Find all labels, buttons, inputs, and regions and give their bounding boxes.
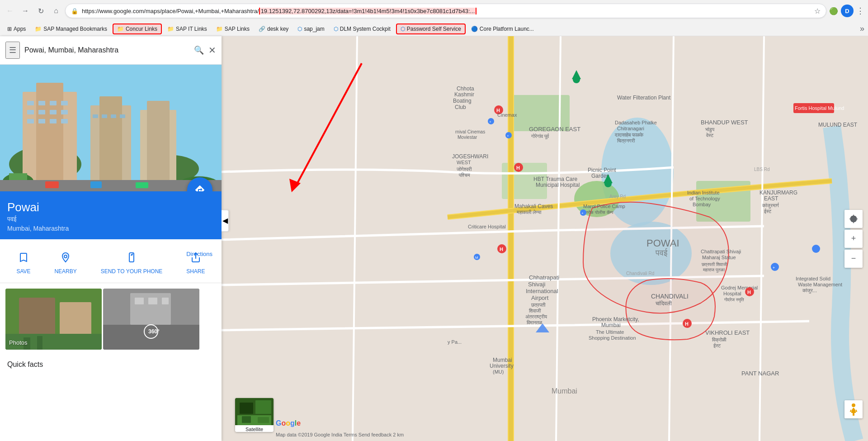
location-address: Mumbai, Maharashtra [7, 225, 214, 232]
bookmark-concur-links[interactable]: 📁 Concur Links [113, 24, 162, 34]
bookmark-star-icon[interactable]: ☆ [814, 7, 821, 15]
google-logo-on-map: Google [276, 419, 301, 427]
profile-avatar[interactable]: D [841, 5, 854, 17]
bookmark-desk-key[interactable]: 🔗 desk key [255, 24, 292, 33]
back-button[interactable]: ← [4, 5, 16, 17]
svg-text:Mumbai: Mumbai [493, 357, 512, 363]
svg-rect-4 [36, 83, 63, 182]
pegman-control[interactable] [844, 400, 863, 418]
save-button[interactable]: SAVE [16, 252, 30, 275]
svg-text:Mahakali Caves: Mahakali Caves [514, 203, 553, 209]
collapse-panel-button[interactable]: ◀ [222, 210, 229, 232]
send-to-phone-button[interactable]: SEND TO YOUR PHONE [101, 252, 163, 275]
svg-rect-168 [258, 417, 269, 423]
svg-text:महाराज पुतळा: महाराज पुतळा [703, 267, 725, 273]
zoom-in-button[interactable]: + [844, 230, 863, 248]
svg-rect-18 [99, 96, 122, 182]
svg-text:भांडुप: भांडुप [705, 127, 715, 133]
chrome-menu-button[interactable]: ⋮ [856, 6, 864, 16]
photos-thumbnail[interactable]: Photos [5, 289, 102, 350]
svg-text:Kashmir: Kashmir [454, 91, 474, 98]
svg-text:(MU): (MU) [493, 369, 504, 375]
svg-point-152 [812, 245, 820, 253]
svg-text:मरोळ पोलीस कॅम्प: मरोळ पोलीस कॅम्प [585, 210, 613, 215]
location-name-local: पवई [7, 215, 214, 223]
svg-rect-164 [240, 403, 253, 414]
zoom-out-button[interactable]: − [844, 250, 863, 268]
svg-rect-41 [37, 336, 42, 350]
location-info-panel: Powai पवई Mumbai, Maharashtra Directions [0, 191, 222, 239]
home-button[interactable]: ⌂ [50, 5, 62, 17]
svg-text:Dadasaheb Phalke: Dadasaheb Phalke [615, 120, 657, 125]
extensions-icon[interactable]: 🟢 [829, 7, 838, 15]
bookmark-sap-managed-label: SAP Managed Bookmarks [43, 26, 107, 32]
reload-button[interactable]: ↻ [34, 5, 47, 17]
svg-text:छत्रपती शिवाजी: छत्रपती शिवाजी [701, 262, 727, 267]
map-area[interactable]: GOREGAON EAST गोरेगांव पूर्व JOGESHWARI … [222, 36, 868, 441]
photo-thumbnails-row: Photos 360° [0, 283, 222, 355]
svg-text:Shopping Destination: Shopping Destination [589, 335, 636, 341]
svg-text:H: H [500, 247, 503, 252]
folder-icon: 📁 [35, 26, 42, 32]
close-icon[interactable]: ✕ [208, 45, 216, 56]
save-icon [18, 252, 29, 266]
bookmark-dlm[interactable]: ⬡ DLM System Cockpit [330, 24, 394, 33]
svg-rect-22 [120, 114, 125, 118]
satellite-thumbnail[interactable]: Satellite [235, 398, 274, 432]
svg-text:गोरेगांव पूर्व: गोरेगांव पूर्व [531, 133, 549, 139]
svg-text:Airport: Airport [531, 294, 549, 301]
svg-text:Water Filteration Plant: Water Filteration Plant [617, 95, 671, 101]
quick-facts-section: Quick facts [0, 355, 222, 374]
my-location-button[interactable] [844, 210, 863, 228]
svg-rect-165 [255, 400, 271, 414]
bookmark-sap-jam[interactable]: ⬡ sap_jam [294, 24, 328, 33]
svg-text:MULUND EAST: MULUND EAST [818, 122, 858, 128]
photo-360-thumbnail[interactable]: 360° [103, 289, 199, 350]
photos-label: Photos [9, 339, 27, 346]
bookmark-sap-it[interactable]: 📁 SAP IT Links [164, 24, 211, 33]
svg-text:y Pa...: y Pa... [448, 339, 462, 345]
svg-text:Mumbai: Mumbai [552, 387, 577, 395]
nearby-button[interactable]: NEARBY [54, 252, 76, 275]
svg-text:H: H [516, 165, 520, 171]
forward-button[interactable]: → [19, 5, 32, 17]
svg-text:अंतरराष्ट्रीय: अंतरराष्ट्रीय [525, 314, 547, 320]
svg-rect-19 [93, 114, 98, 118]
bookmark-password-self-service[interactable]: ⬡ Password Self Service [396, 24, 466, 34]
bookmark-sap-links[interactable]: 📁 SAP Links [212, 24, 253, 33]
svg-text:of Technology: of Technology [689, 196, 720, 201]
bookmark-core-platform[interactable]: 🔵 Core Platform Launc... [467, 24, 538, 33]
svg-text:वेस्ट: वेस्ट [706, 133, 714, 138]
svg-text:M: M [475, 256, 478, 260]
location-name: Powai [7, 200, 214, 214]
svg-text:Picnic Point: Picnic Point [588, 167, 616, 173]
svg-text:Integrated Solid: Integrated Solid [796, 276, 830, 281]
bookmark-sap-links-label: SAP Links [225, 26, 250, 32]
svg-text:Mumbai: Mumbai [601, 322, 621, 328]
bookmark-sap-managed[interactable]: 📁 SAP Managed Bookmarks [31, 24, 111, 33]
svg-text:Chattrapati Shivaji: Chattrapati Shivaji [701, 249, 741, 254]
map-attribution: Map data ©2019 Google India Terms Send f… [276, 432, 832, 437]
satellite-thumb-image [235, 398, 274, 425]
search-input[interactable] [24, 46, 189, 54]
svg-text:Chhatrapati: Chhatrapati [529, 274, 559, 281]
address-bar[interactable]: 🔒 https://www.google.com/maps/place/Powa… [65, 4, 826, 18]
hamburger-menu-button[interactable]: ☰ [5, 42, 20, 59]
svg-text:महाकाली लेण्या: महाकाली लेण्या [516, 209, 542, 215]
svg-rect-24 [147, 101, 170, 182]
svg-text:+: + [581, 211, 584, 215]
svg-text:HBT Trauma Care: HBT Trauma Care [533, 176, 577, 182]
svg-point-141 [604, 180, 612, 187]
bookmark-apps[interactable]: ⊞ Apps [4, 24, 29, 33]
sap-icon: ⬡ [297, 26, 302, 32]
send-to-phone-label: SEND TO YOUR PHONE [101, 268, 163, 275]
svg-text:विक्रोळी: विक्रोळी [712, 337, 726, 343]
svg-rect-20 [102, 114, 107, 118]
svg-rect-14 [38, 119, 45, 123]
quick-facts-title: Quick facts [7, 360, 214, 369]
bookmark-sap-it-label: SAP IT Links [176, 26, 207, 32]
search-icon[interactable]: 🔍 [194, 45, 204, 55]
sap-icon: ⬡ [401, 26, 405, 32]
bookmarks-more-button[interactable]: » [860, 24, 864, 33]
svg-rect-12 [61, 110, 68, 114]
